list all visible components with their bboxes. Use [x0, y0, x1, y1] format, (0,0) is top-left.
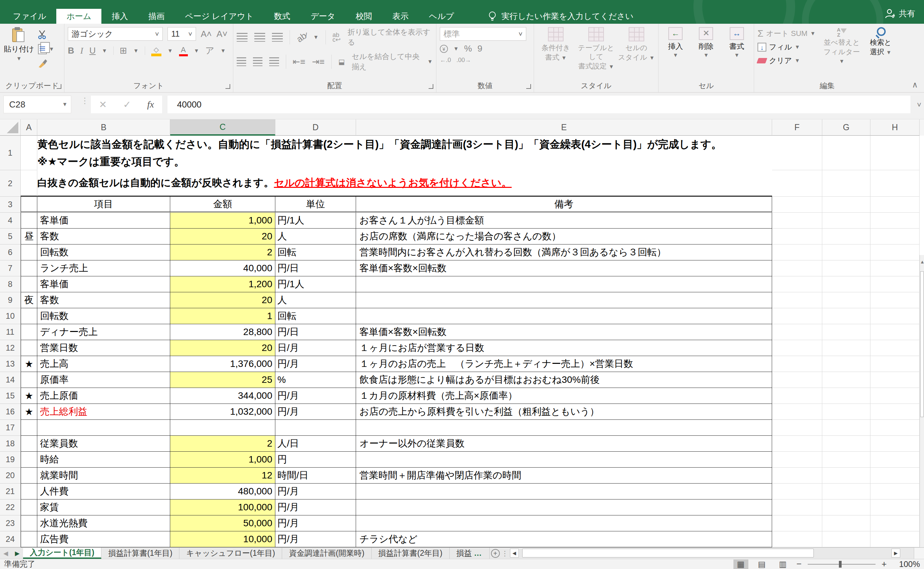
cell-A5[interactable]: 昼 [21, 228, 37, 245]
cell-D17[interactable] [275, 420, 356, 436]
cell-D23[interactable]: 円/月 [275, 516, 356, 531]
cell-F19[interactable] [772, 452, 822, 468]
cell-F21[interactable] [772, 484, 822, 499]
name-box[interactable]: C28 ▼ [3, 96, 71, 113]
cell-A4[interactable] [21, 213, 37, 228]
cell-H16[interactable] [871, 404, 919, 420]
cell-A21[interactable] [21, 484, 37, 499]
cell-C8[interactable]: 1,200 [170, 276, 275, 292]
cell-D24[interactable]: 円/月 [275, 531, 356, 547]
ribbon-tab-データ[interactable]: データ [301, 9, 345, 24]
cell-B20[interactable]: 就業時間 [37, 468, 170, 484]
cell-F11[interactable] [772, 324, 822, 340]
row-header-2[interactable]: 2 [0, 170, 21, 197]
cell-E11[interactable]: 客単価×客数×回転数 [356, 324, 772, 340]
cell-G9[interactable] [822, 292, 871, 308]
vertical-scrollbar[interactable]: ▲ ▼ [919, 255, 924, 547]
cell-B24[interactable]: 広告費 [37, 531, 170, 547]
increase-indent-icon[interactable]: ⇥≡ [312, 56, 325, 67]
cell-G13[interactable] [822, 356, 871, 372]
cell-H13[interactable] [871, 356, 919, 372]
cell-D14[interactable]: % [275, 372, 356, 388]
cell-A2[interactable] [21, 170, 37, 197]
align-left-icon[interactable] [237, 57, 246, 66]
conditional-formatting-button[interactable]: 条件付き 書式 ▼ [538, 27, 574, 81]
cell-C12[interactable]: 20 [170, 340, 275, 356]
cell-C24[interactable]: 10,000 [170, 531, 275, 547]
cell-E13[interactable]: １ヶ月のお店の売上 （ランチ売上＋ディナー売上）×営業日数 [356, 356, 772, 372]
cell-F9[interactable] [772, 292, 822, 308]
cell-A15[interactable]: ★ [21, 388, 37, 404]
font-size-select[interactable]: 11˅ [167, 27, 196, 41]
select-all-corner[interactable] [0, 119, 21, 135]
cell-D9[interactable]: 人 [275, 292, 356, 308]
column-header-E[interactable]: E [356, 119, 772, 135]
cell-B10[interactable]: 回転数 [37, 308, 170, 324]
cell-B4[interactable]: 客単価 [37, 213, 170, 228]
percent-style-icon[interactable]: % [464, 43, 472, 54]
cell-B21[interactable]: 人件費 [37, 484, 170, 499]
fill-color-button[interactable]: ◇ [151, 46, 161, 56]
cell-G7[interactable] [822, 260, 871, 276]
cell-F16[interactable] [772, 404, 822, 420]
table-header-item[interactable]: 項目 [37, 197, 170, 213]
column-header-G[interactable]: G [822, 119, 871, 135]
row-header-17[interactable]: 17 [0, 420, 21, 436]
cell-E6[interactable]: 営業時間内にお客さんが入れ替わる回数（満席が３回あるなら３回転） [356, 245, 772, 260]
row-header-22[interactable]: 22 [0, 499, 21, 516]
format-cells-button[interactable]: ↔ 書式 ▼ [723, 27, 751, 81]
decrease-indent-icon[interactable]: ⇤≡ [293, 56, 305, 67]
formula-input[interactable]: 40000 [167, 96, 910, 113]
comma-style-icon[interactable]: 9 [477, 43, 482, 54]
row-header-23[interactable]: 23 [0, 516, 21, 531]
formula-bar-grip[interactable]: ⋮ [81, 99, 89, 103]
cell-D8[interactable]: 円/1人 [275, 276, 356, 292]
ribbon-tab-挿入[interactable]: 挿入 [101, 9, 138, 24]
cell-H11[interactable] [871, 324, 919, 340]
ribbon-tab-数式[interactable]: 数式 [264, 9, 301, 24]
sheet-nav-left-icon[interactable]: ◀ [0, 548, 12, 559]
normal-view-icon[interactable]: ▦ [733, 560, 748, 569]
cell-E7[interactable]: 客単価×客数×回転数 [356, 260, 772, 276]
cell-H10[interactable] [871, 308, 919, 324]
row-header-4[interactable]: 4 [0, 213, 21, 228]
font-name-select[interactable]: 游ゴシック˅ [68, 27, 163, 41]
cell-F4[interactable] [772, 213, 822, 228]
cell-D10[interactable]: 回転 [275, 308, 356, 324]
cell-H4[interactable] [871, 213, 919, 228]
number-format-select[interactable]: 標準˅ [440, 27, 526, 41]
cell-A23[interactable] [21, 516, 37, 531]
hscroll-right-icon[interactable]: ▶ [891, 549, 900, 557]
name-box-dropdown-icon[interactable]: ▼ [62, 101, 67, 108]
row-header-15[interactable]: 15 [0, 388, 21, 404]
cell-E16[interactable]: お店の売上から原料費を引いた利益（粗利益ともいう） [356, 404, 772, 420]
zoom-in-icon[interactable]: + [881, 559, 887, 569]
cell-H15[interactable] [871, 388, 919, 404]
orientation-icon[interactable]: ab̷ [295, 30, 309, 44]
cell-F8[interactable] [772, 276, 822, 292]
cell-E23[interactable] [356, 516, 772, 531]
increase-decimal-icon[interactable]: ←.0 [440, 56, 451, 64]
cell-F12[interactable] [772, 340, 822, 356]
italic-button[interactable]: I [81, 46, 84, 56]
cell-F6[interactable] [772, 245, 822, 260]
cell-C21[interactable]: 480,000 [170, 484, 275, 499]
cell-C6[interactable]: 2 [170, 245, 275, 260]
sheet-tab-損益計算書(2年目)[interactable]: 損益計算書(2年目) [372, 548, 450, 559]
cell-H9[interactable] [871, 292, 919, 308]
row-header-5[interactable]: 5 [0, 228, 21, 245]
row-header-10[interactable]: 10 [0, 308, 21, 324]
cell-E15[interactable]: １カ月の原材料費（売上高×原価率） [356, 388, 772, 404]
align-middle-icon[interactable] [254, 33, 265, 42]
row-header-8[interactable]: 8 [0, 276, 21, 292]
ribbon-tab-描画[interactable]: 描画 [138, 9, 175, 24]
cell-E20[interactable]: 営業時間＋開店準備や閉店作業の時間 [356, 468, 772, 484]
cell-styles-button[interactable]: セルの スタイル ▼ [618, 27, 655, 81]
cell-E14[interactable]: 飲食店は形態により幅はあるが目標はおおむね30%前後 [356, 372, 772, 388]
page-break-view-icon[interactable]: ▥ [775, 560, 790, 569]
zoom-out-icon[interactable]: − [796, 559, 802, 569]
autosum-button[interactable]: Σ オート SUM▼ [757, 27, 819, 40]
cell-E19[interactable] [356, 452, 772, 468]
cell-C17[interactable] [170, 420, 275, 436]
cell-A14[interactable] [21, 372, 37, 388]
